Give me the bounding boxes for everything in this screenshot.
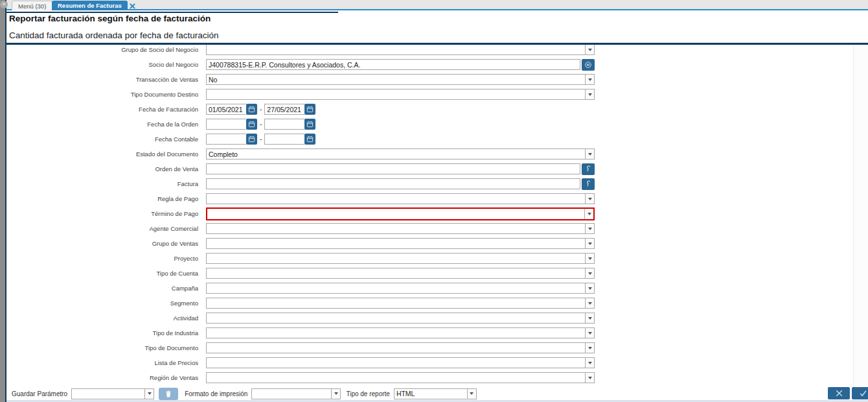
form-row: Término de Pago [6,206,868,221]
lista-precios-select[interactable] [206,357,595,368]
delete-parameter-button[interactable] [159,388,178,400]
field-label: Tipo de Documento [6,344,202,351]
calendar-button[interactable] [304,119,315,130]
range-separator: - [260,121,262,128]
form-row: Lista de Precios [6,355,868,370]
tipo-documento-destino-select[interactable] [206,89,595,100]
report-type-label: Tipo de reporte [346,390,389,397]
tipo-cuenta-select[interactable] [206,268,595,279]
report-type-select[interactable]: HTML [394,388,477,399]
proyecto-select[interactable] [206,253,595,264]
socio-negocio-input[interactable]: J400788315-E.R.P. Consultores y Asociado… [206,59,580,70]
dropdown-arrow-icon[interactable] [585,149,594,159]
tab-bar: Menú (30) Resumen de Facturas [6,0,868,10]
trash-icon [165,390,172,398]
fecha-orden-desde-input[interactable] [206,119,246,130]
calendar-button[interactable] [304,134,315,145]
field-label: Transacción de Ventas [6,76,202,83]
campana-select[interactable] [206,283,595,294]
range-separator: - [260,136,262,143]
calendar-icon [306,106,314,113]
field-label: Campaña [6,285,202,292]
fecha-facturacion-hasta-input[interactable]: 27/05/2021 [264,104,304,115]
form-row: Orden de Venta [6,161,868,176]
select-value: HTML [394,390,467,397]
dropdown-arrow-icon[interactable] [584,209,593,219]
dropdown-arrow-icon[interactable] [331,389,340,399]
calendar-icon [248,136,255,143]
dropdown-arrow-icon[interactable] [467,389,476,399]
dropdown-arrow-icon[interactable] [585,313,594,323]
dropdown-arrow-icon[interactable] [585,89,594,99]
close-icon[interactable] [129,3,136,10]
fecha-contable-desde-input[interactable] [206,134,246,145]
application-window: » Menú (30) Resumen de Facturas Reportar… [0,0,868,402]
confirm-button[interactable] [852,387,868,399]
field-label: Región de Ventas [6,374,202,381]
dropdown-arrow-icon[interactable] [585,239,594,248]
calendar-icon [306,136,314,143]
dropdown-arrow-icon[interactable] [585,373,594,383]
expand-sidebar-button[interactable]: » [0,1,8,8]
calendar-button[interactable] [246,134,257,145]
field-label: Segmento [6,300,202,307]
tab-menu[interactable]: Menú (30) [12,1,52,10]
calendar-button[interactable] [246,104,257,115]
grupo-socio-negocio-select[interactable] [206,45,595,55]
dropdown-arrow-icon[interactable] [585,343,594,353]
dropdown-arrow-icon[interactable] [585,254,594,263]
save-parameter-select[interactable] [71,388,154,399]
orden-venta-input[interactable] [206,163,580,174]
record-search-button[interactable] [582,163,595,175]
segmento-select[interactable] [206,298,595,309]
field-label: Grupo de Socio del Negocio [6,46,202,53]
field-label: Agente Comercial [6,225,202,232]
form-row: Transacción de Ventas No [6,72,868,87]
field-label: Tipo Documento Destino [6,91,202,98]
regla-pago-select[interactable] [206,193,595,204]
print-format-select[interactable] [251,388,341,399]
dropdown-arrow-icon[interactable] [585,283,594,293]
form-row: Actividad [6,311,868,325]
page-subtitle: Cantidad facturada ordenada por fecha de… [9,30,218,40]
factura-input[interactable] [206,178,580,189]
calendar-button[interactable] [246,119,257,130]
dropdown-arrow-icon[interactable] [585,75,594,84]
tipo-industria-select[interactable] [206,327,595,338]
estado-documento-select[interactable]: Completo [206,148,595,160]
tipo-documento-select[interactable] [206,342,595,353]
form-row: Región de Ventas [6,370,868,385]
dropdown-arrow-icon[interactable] [585,194,594,204]
region-ventas-select[interactable] [206,372,595,383]
cancel-button[interactable] [828,387,850,399]
fecha-contable-hasta-input[interactable] [264,134,304,145]
termino-pago-select-error[interactable] [206,207,595,220]
search-icon [585,165,592,172]
fecha-facturacion-desde-input[interactable]: 01/05/2021 [206,104,246,115]
record-info-icon [584,61,592,69]
calendar-button[interactable] [304,104,315,115]
dropdown-arrow-icon[interactable] [585,45,594,54]
dropdown-arrow-icon[interactable] [585,328,594,338]
record-search-button[interactable] [582,178,595,190]
chevrons-right-icon: » [2,1,5,7]
actividad-select[interactable] [206,313,595,324]
field-label: Tipo de Cuenta [6,270,202,277]
grupo-ventas-select[interactable] [206,238,595,249]
business-partner-search-button[interactable] [582,59,595,71]
dropdown-arrow-icon[interactable] [585,268,594,278]
form-row: Tipo de Industria [6,325,868,340]
dropdown-arrow-icon[interactable] [585,224,594,233]
calendar-icon [248,106,255,113]
form-row: Segmento [6,296,868,311]
dropdown-arrow-icon[interactable] [585,298,594,308]
field-label: Actividad [6,314,202,322]
transaccion-ventas-select[interactable]: No [206,74,595,85]
tab-resumen-de-facturas[interactable]: Resumen de Facturas [52,1,128,10]
dropdown-arrow-icon[interactable] [585,358,594,368]
agente-comercial-select[interactable] [206,223,595,234]
dropdown-arrow-icon[interactable] [144,389,154,399]
field-label: Proyecto [6,255,202,262]
field-label: Estado del Documento [6,150,202,158]
fecha-orden-hasta-input[interactable] [264,119,304,130]
